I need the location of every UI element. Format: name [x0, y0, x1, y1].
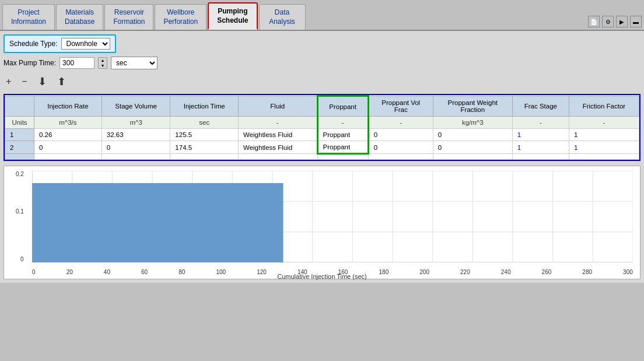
- col-header-proppant: Proppant: [317, 96, 368, 117]
- schedule-type-label: Schedule Type:: [9, 40, 58, 48]
- chart-svg: [32, 171, 633, 262]
- unit-injection-rate: m^3/s: [34, 117, 102, 129]
- max-pump-time-label: Max Pump Time:: [4, 59, 56, 67]
- col-header-stage-volume: Stage Volume: [102, 96, 170, 117]
- row-1-proppant-vol-frac: 0: [368, 129, 433, 141]
- remove-row-button[interactable]: −: [19, 75, 29, 88]
- x-tick-260: 260: [542, 269, 552, 275]
- pump-time-unit-select[interactable]: sec min: [111, 57, 158, 69]
- x-tick-300: 300: [623, 269, 633, 275]
- x-tick-200: 200: [419, 269, 429, 275]
- x-tick-220: 220: [460, 269, 470, 275]
- col-header-fluid: Fluid: [239, 96, 318, 117]
- tab-project-information[interactable]: ProjectInformation: [2, 4, 55, 30]
- icon-settings[interactable]: ⚙: [602, 16, 614, 27]
- unit-proppant-vol-frac: -: [368, 117, 433, 129]
- unit-injection-time: sec: [170, 117, 239, 129]
- units-row: Units m^3/s m^3 sec - - - kg/m^3 - -: [5, 117, 639, 129]
- row-2-stage-volume: 0: [102, 141, 170, 154]
- x-tick-240: 240: [501, 269, 511, 275]
- toolbar: + − ⬇ ⬆: [4, 74, 640, 89]
- y-tick-0: 0: [20, 256, 24, 262]
- tab-wellbore-perforation[interactable]: WellborePerforation: [155, 4, 206, 30]
- chart-bar: [32, 183, 284, 262]
- row-2-proppant: Proppant: [317, 141, 368, 154]
- col-header-rownum: [5, 96, 34, 117]
- schedule-type-row: Schedule Type: Downhole Surface: [4, 34, 116, 53]
- icon-page[interactable]: 📄: [588, 16, 600, 27]
- unit-frac-stage: -: [512, 117, 569, 129]
- unit-proppant-weight-fraction: kg/m^3: [433, 117, 512, 129]
- row-1-injection-rate: 0.26: [34, 129, 102, 141]
- x-tick-0: 0: [32, 269, 36, 275]
- row-2-num: 2: [5, 141, 34, 154]
- col-header-injection-rate: Injection Rate: [34, 96, 102, 117]
- y-tick-01: 0.1: [16, 208, 24, 215]
- main-content: Schedule Type: Downhole Surface Max Pump…: [0, 31, 644, 283]
- row-1-friction-factor: 1: [569, 129, 639, 141]
- row-1-injection-time: 125.5: [170, 129, 239, 141]
- icon-minimize[interactable]: ▬: [630, 16, 642, 27]
- unit-stage-volume: m^3: [102, 117, 170, 129]
- x-tick-120: 120: [257, 269, 267, 275]
- unit-friction-factor: -: [569, 117, 639, 129]
- tab-icons-area: 📄 ⚙ ▶ ▬: [588, 16, 642, 30]
- tab-materials-database[interactable]: MaterialsDatabase: [56, 4, 103, 30]
- add-row-button[interactable]: +: [4, 75, 13, 88]
- x-tick-60: 60: [141, 269, 148, 275]
- tab-bar: ProjectInformation MaterialsDatabase Res…: [0, 0, 644, 31]
- pump-time-spinner: ▲ ▼: [98, 57, 107, 69]
- row-1-stage-volume: 32.63: [102, 129, 170, 141]
- download-button[interactable]: ⬇: [36, 74, 49, 89]
- row-2-frac-stage: 1: [512, 141, 569, 154]
- chart-x-axis-label: Cumulative Injection Time (sec): [277, 273, 366, 280]
- schedule-table-container: Injection Rate Stage Volume Injection Ti…: [4, 94, 640, 161]
- unit-proppant: -: [317, 117, 368, 129]
- schedule-table: Injection Rate Stage Volume Injection Ti…: [5, 95, 639, 160]
- col-header-proppant-vol-frac: Proppant VolFrac: [368, 96, 433, 117]
- row-1-num: 1: [5, 129, 34, 141]
- row-2-friction-factor: 1: [569, 141, 639, 154]
- col-header-friction-factor: Friction Factor: [569, 96, 639, 117]
- row-2-proppant-vol-frac: 0: [368, 141, 433, 154]
- row-1-frac-stage: 1: [512, 129, 569, 141]
- col-header-proppant-weight-fraction: Proppant WeightFraction: [433, 96, 512, 117]
- col-header-frac-stage: Frac Stage: [512, 96, 569, 117]
- x-tick-40: 40: [104, 269, 110, 275]
- tab-reservoir-formation[interactable]: ReservoirFormation: [104, 4, 153, 30]
- row-2-injection-time: 174.5: [170, 141, 239, 154]
- max-pump-time-input[interactable]: [60, 57, 94, 69]
- table-row-empty: [5, 154, 639, 160]
- spinner-down[interactable]: ▼: [99, 63, 107, 68]
- icon-arrow-right[interactable]: ▶: [616, 16, 628, 27]
- x-tick-80: 80: [178, 269, 185, 275]
- table-row: 1 0.26 32.63 125.5 Weightless Fluid Prop…: [5, 129, 639, 141]
- x-tick-20: 20: [66, 269, 73, 275]
- y-tick-02: 0.2: [16, 171, 24, 177]
- x-tick-180: 180: [379, 269, 389, 275]
- x-tick-280: 280: [582, 269, 592, 275]
- table-row: 2 0 0 174.5 Weightless Fluid Proppant 0 …: [5, 141, 639, 154]
- upload-button[interactable]: ⬆: [55, 74, 68, 89]
- col-header-injection-time: Injection Time: [170, 96, 239, 117]
- row-2-fluid: Weightless Fluid: [239, 141, 318, 154]
- units-row-label: Units: [5, 117, 34, 129]
- row-1-proppant: Proppant: [317, 129, 368, 141]
- tab-pumping-schedule[interactable]: PumpingSchedule: [208, 2, 257, 30]
- chart-container: Injection Rate (m^3/s): [4, 166, 640, 279]
- x-tick-100: 100: [216, 269, 226, 275]
- tab-data-analysis[interactable]: DataAnalysis: [259, 4, 306, 30]
- spinner-up[interactable]: ▲: [99, 58, 107, 63]
- pump-time-row: Max Pump Time: ▲ ▼ sec min: [4, 57, 640, 69]
- row-2-injection-rate: 0: [34, 141, 102, 154]
- row-1-proppant-weight-fraction: 0: [433, 129, 512, 141]
- row-1-fluid: Weightless Fluid: [239, 129, 318, 141]
- schedule-type-select[interactable]: Downhole Surface: [61, 38, 110, 50]
- unit-fluid: -: [239, 117, 318, 129]
- row-2-proppant-weight-fraction: 0: [433, 141, 512, 154]
